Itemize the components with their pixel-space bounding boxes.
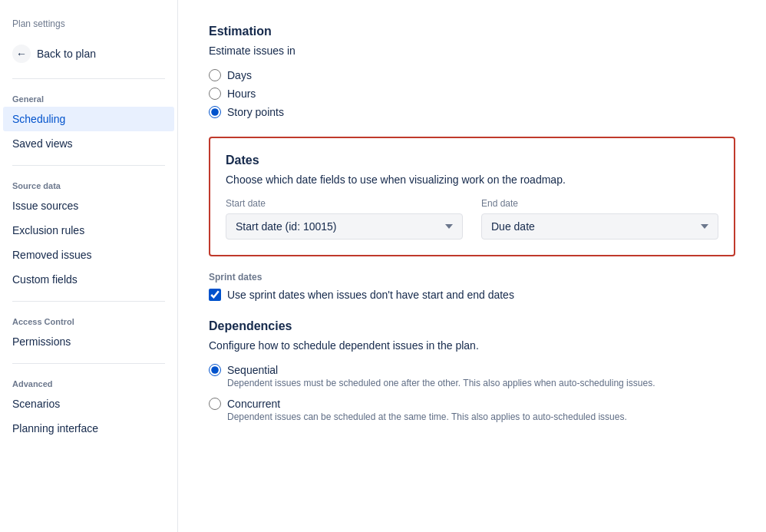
dep-radio-concurrent: Concurrent Dependent issues can be sched… [209, 398, 735, 422]
sidebar-item-issue-sources[interactable]: Issue sources [0, 193, 177, 218]
estimation-hours-input[interactable] [209, 88, 221, 100]
start-date-select[interactable]: Start date (id: 10015) Created date Upda… [226, 213, 463, 240]
sidebar-item-exclusion-rules[interactable]: Exclusion rules [0, 218, 177, 243]
dep-concurrent-label[interactable]: Concurrent [209, 398, 735, 410]
back-arrow-icon: ← [12, 45, 31, 63]
sidebar-item-saved-views[interactable]: Saved views [0, 131, 177, 156]
sidebar-item-scheduling[interactable]: Scheduling [3, 107, 174, 131]
sprint-dates-checkbox-label: Use sprint dates when issues don't have … [227, 289, 514, 301]
sidebar: Plan settings ← Back to plan General Sch… [0, 0, 178, 532]
general-section-header: General [0, 88, 177, 107]
dates-title: Dates [226, 154, 718, 167]
dependencies-section: Dependencies Configure how to schedule d… [209, 319, 735, 422]
dates-box: Dates Choose which date fields to use wh… [209, 137, 735, 256]
end-date-select[interactable]: Due date End date Updated date [481, 213, 718, 240]
source-data-section-header: Source data [0, 175, 177, 193]
sidebar-item-custom-fields[interactable]: Custom fields [0, 267, 177, 292]
divider-2 [12, 165, 165, 166]
estimation-section: Estimation Estimate issues in Days Hours… [209, 25, 735, 118]
divider-3 [12, 301, 165, 302]
sprint-dates-label: Sprint dates [209, 272, 735, 283]
dates-description: Choose which date fields to use when vis… [226, 173, 718, 186]
dep-sequential-desc: Dependent issues must be scheduled one a… [227, 378, 735, 388]
end-date-label: End date [481, 198, 718, 209]
estimation-days-label: Days [227, 69, 252, 81]
start-date-field: Start date Start date (id: 10015) Create… [226, 198, 463, 240]
dependencies-description: Configure how to schedule dependent issu… [209, 339, 735, 352]
estimation-radio-story-points[interactable]: Story points [209, 106, 735, 118]
estimation-label: Estimate issues in [209, 45, 735, 57]
end-date-field: End date Due date End date Updated date [481, 198, 718, 240]
dependencies-radio-group: Sequential Dependent issues must be sche… [209, 364, 735, 422]
sprint-dates-checkbox[interactable] [209, 289, 221, 301]
dep-sequential-text: Sequential [227, 364, 278, 376]
estimation-story-points-label: Story points [227, 106, 284, 118]
dep-concurrent-input[interactable] [209, 398, 221, 410]
sidebar-item-permissions[interactable]: Permissions [0, 329, 177, 354]
estimation-title: Estimation [209, 25, 735, 38]
sprint-dates-checkbox-item[interactable]: Use sprint dates when issues don't have … [209, 289, 735, 301]
sidebar-item-scenarios[interactable]: Scenarios [0, 392, 177, 416]
main-content: Estimation Estimate issues in Days Hours… [178, 0, 766, 532]
divider-1 [12, 78, 165, 79]
dep-concurrent-text: Concurrent [227, 398, 280, 410]
dep-radio-sequential: Sequential Dependent issues must be sche… [209, 364, 735, 388]
sidebar-item-removed-issues[interactable]: Removed issues [0, 243, 177, 267]
estimation-radio-days[interactable]: Days [209, 69, 735, 81]
estimation-story-points-input[interactable] [209, 106, 221, 118]
sprint-dates-section: Sprint dates Use sprint dates when issue… [209, 272, 735, 301]
estimation-days-input[interactable] [209, 69, 221, 81]
dependencies-title: Dependencies [209, 319, 735, 333]
sidebar-item-planning-interface[interactable]: Planning interface [0, 416, 177, 441]
plan-settings-label: Plan settings [0, 12, 177, 38]
dep-sequential-input[interactable] [209, 364, 221, 376]
dep-sequential-label[interactable]: Sequential [209, 364, 735, 376]
dates-fields: Start date Start date (id: 10015) Create… [226, 198, 718, 240]
divider-4 [12, 363, 165, 364]
dep-concurrent-desc: Dependent issues can be scheduled at the… [227, 411, 735, 422]
back-to-plan-button[interactable]: ← Back to plan [0, 38, 177, 69]
estimation-radio-hours[interactable]: Hours [209, 88, 735, 100]
estimation-radio-group: Days Hours Story points [209, 69, 735, 118]
start-date-label: Start date [226, 198, 463, 209]
advanced-section-header: Advanced [0, 373, 177, 392]
estimation-hours-label: Hours [227, 88, 256, 100]
access-control-section-header: Access Control [0, 311, 177, 329]
back-to-plan-label: Back to plan [37, 48, 96, 60]
